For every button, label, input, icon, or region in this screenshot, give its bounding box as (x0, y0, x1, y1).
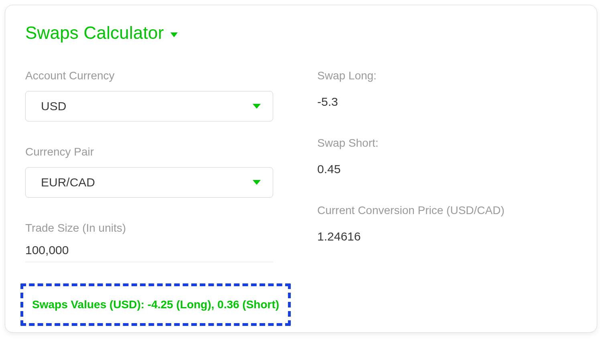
trade-size-label: Trade Size (In units) (25, 222, 273, 235)
right-column: Swap Long: -5.3 Swap Short: 0.45 Current… (297, 69, 577, 286)
title-row: Swaps Calculator (25, 23, 577, 43)
columns: Account Currency USD Currency Pair EUR/C… (25, 69, 577, 286)
currency-pair-field: Currency Pair EUR/CAD (25, 146, 273, 198)
account-currency-select[interactable]: USD (25, 91, 273, 121)
account-currency-label: Account Currency (25, 69, 273, 82)
swaps-values-highlight: Swaps Values (USD): -4.25 (Long), 0.36 (… (20, 283, 291, 326)
currency-pair-value: EUR/CAD (41, 176, 95, 189)
conversion-price-group: Current Conversion Price (USD/CAD) 1.246… (317, 204, 577, 243)
trade-size-field: Trade Size (In units) (25, 222, 273, 262)
left-column: Account Currency USD Currency Pair EUR/C… (25, 69, 273, 286)
swap-short-value: 0.45 (317, 162, 577, 176)
account-currency-value: USD (41, 99, 66, 113)
swaps-calculator-card: Swaps Calculator Account Currency USD Cu… (5, 5, 597, 333)
swap-long-value: -5.3 (317, 95, 577, 109)
currency-pair-select[interactable]: EUR/CAD (25, 167, 273, 198)
conversion-price-label: Current Conversion Price (USD/CAD) (317, 204, 577, 217)
caret-down-icon (253, 104, 261, 109)
page-title: Swaps Calculator (25, 23, 164, 43)
currency-pair-label: Currency Pair (25, 146, 273, 158)
account-currency-field: Account Currency USD (25, 69, 273, 121)
caret-down-icon (253, 180, 261, 185)
trade-size-input[interactable] (25, 243, 273, 257)
swap-short-group: Swap Short: 0.45 (317, 137, 577, 176)
swap-long-group: Swap Long: -5.3 (317, 69, 577, 109)
conversion-price-value: 1.24616 (317, 230, 577, 243)
swaps-values-text: Swaps Values (USD): -4.25 (Long), 0.36 (… (32, 298, 279, 311)
trade-size-input-wrap (25, 243, 273, 262)
caret-down-icon[interactable] (170, 32, 178, 37)
swap-long-label: Swap Long: (317, 69, 577, 82)
swap-short-label: Swap Short: (317, 137, 577, 150)
